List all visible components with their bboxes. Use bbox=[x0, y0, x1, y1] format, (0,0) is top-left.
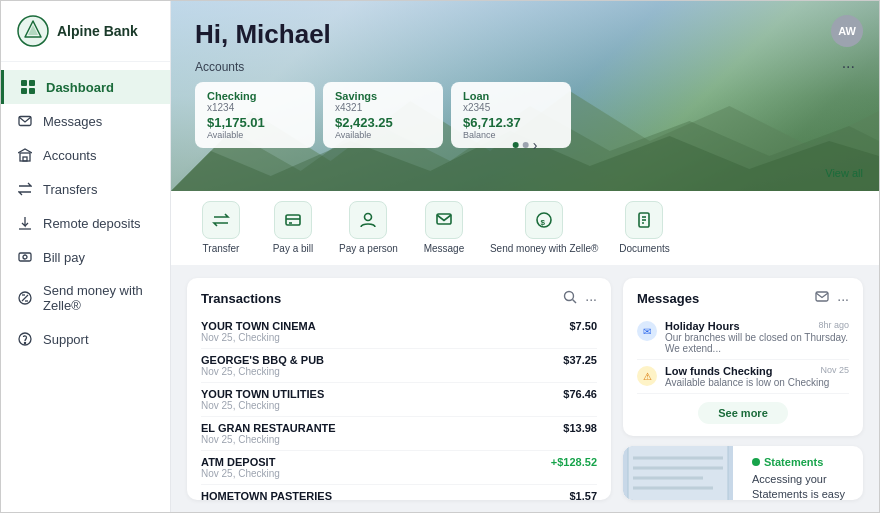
sidebar-item-zelle[interactable]: Send money with Zelle® bbox=[1, 274, 170, 322]
transfer-action[interactable]: Transfer bbox=[195, 201, 247, 255]
compose-icon[interactable] bbox=[815, 290, 829, 307]
sidebar-item-messages[interactable]: Messages bbox=[1, 104, 170, 138]
checking-account-card[interactable]: Checking x1234 $1,175.01 Available bbox=[195, 82, 315, 148]
documents-icon bbox=[625, 201, 663, 239]
transaction-name: ATM DEPOSIT bbox=[201, 456, 280, 468]
sidebar-nav: Dashboard Messages Accounts Transfers Re… bbox=[1, 62, 170, 512]
message-meta: Low funds Checking Nov 25 bbox=[665, 365, 849, 377]
loan-account-card[interactable]: Loan x2345 $6,712.37 Balance bbox=[451, 82, 571, 148]
svg-rect-41 bbox=[628, 446, 728, 500]
svg-rect-4 bbox=[29, 80, 35, 86]
loan-number: x2345 bbox=[463, 102, 559, 113]
transaction-date: Nov 25, Checking bbox=[201, 332, 316, 343]
alpine-bank-logo-icon bbox=[17, 15, 49, 47]
sidebar-logo: Alpine Bank bbox=[1, 1, 170, 62]
question-icon bbox=[17, 331, 33, 347]
sidebar-item-label: Bill pay bbox=[43, 250, 85, 265]
sidebar-item-accounts[interactable]: Accounts bbox=[1, 138, 170, 172]
messages-see-more-button[interactable]: See more bbox=[698, 402, 788, 424]
statements-badge-text: Statements bbox=[764, 456, 823, 468]
sidebar-item-support[interactable]: Support bbox=[1, 322, 170, 356]
svg-rect-3 bbox=[21, 80, 27, 86]
messages-title: Messages bbox=[637, 291, 699, 306]
message-meta: Holiday Hours 8hr ago bbox=[665, 320, 849, 332]
sidebar-item-remote-deposits[interactable]: Remote deposits bbox=[1, 206, 170, 240]
view-all-link[interactable]: View all bbox=[825, 167, 863, 179]
sidebar-item-transfers[interactable]: Transfers bbox=[1, 172, 170, 206]
sidebar-logo-text: Alpine Bank bbox=[57, 23, 138, 39]
hero-section: AW Hi, Michael Accounts ··· Checking x12… bbox=[171, 1, 879, 191]
transactions-more-icon[interactable]: ··· bbox=[585, 291, 597, 307]
savings-title: Savings bbox=[335, 90, 431, 102]
svg-rect-11 bbox=[19, 253, 31, 261]
checking-number: x1234 bbox=[207, 102, 303, 113]
sidebar-item-bill-pay[interactable]: Bill pay bbox=[1, 240, 170, 274]
statements-panel: Statements Accessing your Statements is … bbox=[623, 446, 863, 500]
svg-line-14 bbox=[22, 295, 28, 301]
checking-title: Checking bbox=[207, 90, 303, 102]
loan-title: Loan bbox=[463, 90, 559, 102]
table-row: HOMETOWN PASTERIESNov 25, Checking $1.57 bbox=[201, 485, 597, 500]
table-row: YOUR TOWN UTILITIESNov 25, Checking $76.… bbox=[201, 383, 597, 417]
transaction-name: GEORGE'S BBQ & PUB bbox=[201, 354, 324, 366]
pay-person-icon bbox=[349, 201, 387, 239]
messages-more-icon[interactable]: ··· bbox=[837, 291, 849, 307]
sidebar: Alpine Bank Dashboard Messages Accounts … bbox=[1, 1, 171, 512]
message-icon bbox=[425, 201, 463, 239]
hero-greeting: Hi, Michael bbox=[195, 19, 855, 50]
right-panels: Messages ··· ✉ Holiday Hours 8hr ago bbox=[623, 278, 863, 500]
search-icon[interactable] bbox=[563, 290, 577, 307]
pagination-next-arrow[interactable]: › bbox=[533, 137, 538, 153]
transaction-amount: $13.98 bbox=[563, 422, 597, 434]
savings-label: Available bbox=[335, 130, 431, 140]
pay-person-action[interactable]: Pay a person bbox=[339, 201, 398, 255]
statements-badge: Statements bbox=[752, 456, 849, 468]
transaction-amount: +$128.52 bbox=[551, 456, 597, 468]
statements-description: Accessing your Statements is easy with o… bbox=[752, 472, 849, 500]
transaction-name: EL GRAN RESTAURANTE bbox=[201, 422, 336, 434]
accounts-label: Accounts bbox=[195, 60, 244, 74]
pagination-dot-1 bbox=[513, 142, 519, 148]
svg-point-25 bbox=[365, 214, 372, 221]
savings-amount: $2,423.25 bbox=[335, 115, 431, 130]
svg-text:$: $ bbox=[541, 218, 546, 227]
transaction-date: Nov 25, Checking bbox=[201, 366, 324, 377]
svg-rect-22 bbox=[286, 215, 300, 225]
transaction-amount: $1.57 bbox=[569, 490, 597, 500]
message-description: Available balance is low on Checking bbox=[665, 377, 849, 388]
table-row: YOUR TOWN CINEMANov 25, Checking $7.50 bbox=[201, 315, 597, 349]
savings-number: x4321 bbox=[335, 102, 431, 113]
message-title: Holiday Hours bbox=[665, 320, 740, 332]
svg-rect-5 bbox=[21, 88, 27, 94]
sidebar-item-label: Support bbox=[43, 332, 89, 347]
accounts-header: Accounts ··· bbox=[195, 58, 855, 76]
zelle-action[interactable]: $ Send money with Zelle® bbox=[490, 201, 599, 255]
message-time: Nov 25 bbox=[820, 365, 849, 375]
svg-rect-35 bbox=[816, 292, 828, 301]
building-icon bbox=[17, 147, 33, 163]
message-action[interactable]: Message bbox=[418, 201, 470, 255]
content-area: Transactions ··· YOUR TOWN CINEMANov 25,… bbox=[171, 266, 879, 512]
checking-amount: $1,175.01 bbox=[207, 115, 303, 130]
transactions-panel: Transactions ··· YOUR TOWN CINEMANov 25,… bbox=[187, 278, 611, 500]
sidebar-item-dashboard[interactable]: Dashboard bbox=[1, 70, 170, 104]
messages-panel: Messages ··· ✉ Holiday Hours 8hr ago bbox=[623, 278, 863, 436]
sidebar-item-label: Remote deposits bbox=[43, 216, 141, 231]
documents-label: Documents bbox=[619, 243, 670, 255]
download-icon bbox=[17, 215, 33, 231]
transaction-date: Nov 25, Checking bbox=[201, 434, 336, 445]
savings-account-card[interactable]: Savings x4321 $2,423.25 Available bbox=[323, 82, 443, 148]
loan-amount: $6,712.37 bbox=[463, 115, 559, 130]
transaction-amount: $37.25 bbox=[563, 354, 597, 366]
quick-actions-bar: Transfer Pay a bill Pay a person Message… bbox=[171, 191, 879, 266]
svg-point-33 bbox=[565, 292, 574, 301]
mail-icon bbox=[17, 113, 33, 129]
message-description: Our branches will be closed on Thursday.… bbox=[665, 332, 849, 354]
list-item: ✉ Holiday Hours 8hr ago Our branches wil… bbox=[637, 315, 849, 360]
pay-bill-icon bbox=[274, 201, 312, 239]
accounts-more-button[interactable]: ··· bbox=[842, 58, 855, 76]
zelle-quick-label: Send money with Zelle® bbox=[490, 243, 599, 255]
transaction-name: YOUR TOWN CINEMA bbox=[201, 320, 316, 332]
pay-bill-action[interactable]: Pay a bill bbox=[267, 201, 319, 255]
documents-action[interactable]: Documents bbox=[618, 201, 670, 255]
